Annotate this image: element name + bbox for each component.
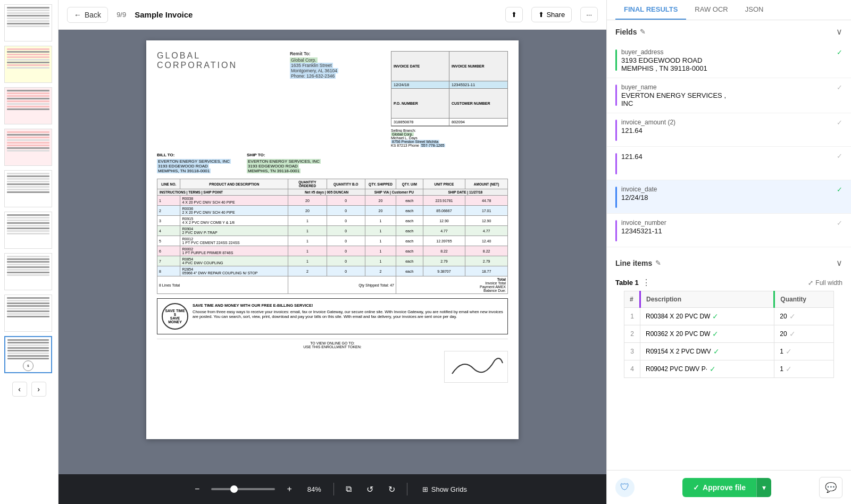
separator-2 (407, 483, 407, 495)
tab-json[interactable]: JSON (737, 0, 772, 20)
show-grids-button[interactable]: ⊞ Show Grids (416, 482, 473, 497)
fields-section-header[interactable]: Fields ✎ ∨ (607, 20, 851, 43)
full-width-button[interactable]: ⤢ Full width (808, 279, 842, 287)
field-value: 121.64 (621, 153, 832, 161)
line-items-table: # Description Quantity 1 R00384 X 20 PVC… (624, 291, 834, 378)
qty-check-icon[interactable]: ✓ (786, 347, 792, 356)
col-description: Description (640, 291, 774, 308)
zoom-out-icon: − (195, 484, 199, 493)
approve-button[interactable]: ✓ Approve file (682, 478, 756, 497)
line-items-section-header[interactable]: Line items ✎ ∨ (607, 251, 851, 274)
desc-check-icon[interactable]: ✓ (710, 365, 716, 373)
table-menu-icon[interactable]: ⋮ (642, 278, 650, 288)
zoom-in-button[interactable]: + (283, 481, 295, 497)
invoice-footer: TO VIEW ONLINE GO TO: USE THIS ENROLLMEN… (157, 339, 508, 349)
next-button[interactable]: › (31, 382, 46, 397)
share-button[interactable]: ⬆ Share (531, 7, 572, 22)
chat-button[interactable]: 💬 (819, 477, 842, 498)
back-button[interactable]: ← Back (67, 7, 108, 23)
addresses: BILL TO: EVERTON ENERGY SERVICES, INC 31… (157, 153, 508, 173)
zoom-out-button[interactable]: − (191, 481, 203, 497)
approve-label: Approve file (703, 483, 746, 492)
fields-toggle-icon[interactable]: ∨ (836, 27, 842, 37)
full-width-icon: ⤢ (808, 279, 813, 287)
field-group: 121.64 (621, 152, 832, 161)
thumbnail-5[interactable] (4, 170, 52, 207)
fields-edit-icon[interactable]: ✎ (640, 28, 646, 36)
save-time-block: SAVE TIME$SAVEMONEY SAVE TIME AND MONEY … (157, 298, 508, 334)
rotate-right-button[interactable]: ↻ (385, 481, 398, 498)
thumbnail-9[interactable]: $ (4, 336, 52, 373)
dropdown-icon: ▾ (762, 483, 766, 492)
qty-check-icon[interactable]: ✓ (786, 365, 792, 373)
thumbnail-3[interactable] (4, 87, 52, 124)
field-indicator (615, 120, 617, 141)
thumbnail-2[interactable] (4, 46, 52, 83)
field-row-invoice-number: invoice_number 12345321-11 ✓ (607, 214, 851, 247)
approve-check-icon: ✓ (693, 483, 699, 492)
field-label: invoice_number (621, 219, 832, 226)
thumbnail-sidebar: $ ‹ › (0, 0, 59, 504)
line-items-title: Line items (615, 259, 652, 267)
thumbnail-7[interactable] (4, 253, 52, 290)
more-icon: ··· (586, 11, 592, 19)
share-icon: ⬆ (538, 11, 544, 19)
field-value: EVERTON ENERGY SERVICES ,INC (621, 91, 832, 107)
row-desc: R09154 X 2 PVC DWV ✓ (640, 343, 774, 360)
thumbnail-1[interactable] (4, 4, 52, 41)
field-check-icon[interactable]: ✓ (837, 186, 842, 194)
field-check-icon[interactable]: ✓ (837, 83, 842, 91)
thumbnail-8[interactable] (4, 295, 52, 332)
row-desc: R00384 X 20 PVC DW ✓ (640, 308, 774, 325)
field-check-icon[interactable]: ✓ (837, 48, 842, 56)
row-qty: 20 ✓ (774, 308, 834, 325)
qty-check-icon[interactable]: ✓ (789, 330, 796, 338)
desc-check-icon[interactable]: ✓ (712, 330, 719, 338)
prev-button[interactable]: ‹ (12, 382, 27, 397)
header: ← Back 9/9 Sample Invoice ⬆ ⬆ Share ··· (59, 0, 606, 30)
bottom-bar: 🛡 ✓ Approve file ▾ 💬 (607, 470, 851, 504)
tab-raw-ocr[interactable]: RAW OCR (686, 0, 736, 20)
more-button[interactable]: ··· (580, 7, 598, 22)
thumbnail-list: $ (0, 0, 58, 377)
zoom-thumb[interactable] (230, 485, 238, 493)
main-content: ← Back 9/9 Sample Invoice ⬆ ⬆ Share ··· (59, 0, 606, 504)
field-row-invoice-date: invoice_date 12/24/18 ✓ (607, 180, 851, 214)
field-check-icon[interactable]: ✓ (837, 152, 842, 160)
col-quantity: Quantity (774, 291, 834, 308)
line-items-edit-icon[interactable]: ✎ (655, 259, 661, 267)
company-name: GLOBAL CORPORATION (157, 51, 237, 70)
line-items-toggle-icon[interactable]: ∨ (836, 258, 842, 268)
zoom-in-icon: + (287, 484, 291, 493)
shield-button[interactable]: 🛡 (615, 478, 635, 497)
row-num: 4 (624, 360, 640, 378)
field-row-buyer-address: buyer_address 3193 EDGEWOOD ROADMEMPHIS … (607, 43, 851, 78)
separator-1 (333, 483, 334, 495)
line-items-table-wrapper: # Description Quantity 1 R00384 X 20 PVC… (607, 291, 851, 378)
right-content: Fields ✎ ∨ buyer_address 3193 EDGEWOOD R… (607, 20, 851, 470)
copy-button[interactable]: ⧉ (343, 481, 355, 497)
rotate-left-button[interactable]: ↺ (363, 481, 377, 498)
doc-scroll[interactable]: GLOBAL CORPORATION Remit To: Global Corp… (59, 30, 606, 474)
bill-to: BILL TO: EVERTON ENERGY SERVICES, INC 31… (157, 153, 231, 173)
desc-check-icon[interactable]: ✓ (712, 312, 719, 321)
field-check-icon[interactable]: ✓ (837, 119, 842, 127)
field-check-icon[interactable]: ✓ (837, 219, 842, 227)
tab-final-results[interactable]: FINAL RESULTS (615, 0, 686, 20)
approve-dropdown-button[interactable]: ▾ (756, 478, 771, 497)
desc-check-icon[interactable]: ✓ (713, 347, 720, 356)
signature-area (157, 351, 508, 383)
row-num: 3 (624, 343, 640, 360)
thumbnail-6[interactable] (4, 212, 52, 249)
qty-check-icon[interactable]: ✓ (789, 312, 796, 321)
field-group: invoice_date 12/24/18 (621, 186, 832, 201)
zoom-slider[interactable] (211, 488, 275, 490)
thumbnail-4[interactable] (4, 129, 52, 166)
field-value: 12/24/18 (621, 194, 832, 201)
field-label: invoice_date (621, 186, 832, 193)
field-indicator (615, 153, 617, 174)
shield-icon: 🛡 (620, 482, 630, 493)
upload-button[interactable]: ⬆ (505, 7, 523, 22)
row-desc: R00362 X 20 PVC DW ✓ (640, 325, 774, 343)
chat-icon: 💬 (825, 482, 837, 493)
